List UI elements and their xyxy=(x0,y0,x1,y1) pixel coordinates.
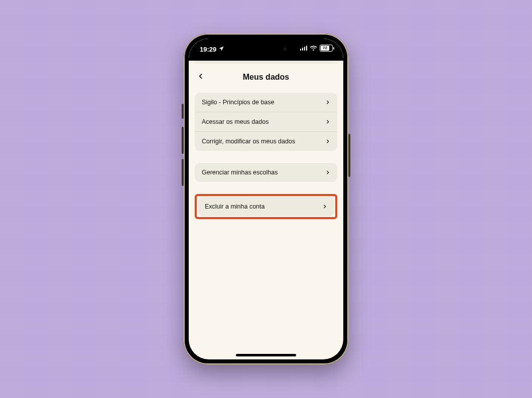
phone-side-button xyxy=(348,134,350,177)
status-right: 72 xyxy=(300,45,335,52)
settings-group: Gerenciar minhas escolhas xyxy=(195,163,337,182)
settings-group: Sigilo - Princípios de baseAcessar os me… xyxy=(195,93,337,151)
battery-icon: 72 xyxy=(320,45,334,52)
status-time: 19:29 xyxy=(200,46,216,53)
status-left: 19:29 xyxy=(200,46,224,53)
privacy-principles-row[interactable]: Sigilo - Princípios de base xyxy=(195,93,337,112)
settings-group: Excluir a minha conta xyxy=(198,197,334,216)
battery-percent: 72 xyxy=(323,46,327,50)
home-indicator[interactable] xyxy=(236,354,296,356)
status-bar: 19:29 72 xyxy=(189,39,343,61)
row-label: Corrigir, modificar os meus dados xyxy=(202,138,325,145)
row-label: Gerenciar minhas escolhas xyxy=(202,169,325,176)
phone-frame: 19:29 72 xyxy=(184,34,348,364)
row-label: Excluir a minha conta xyxy=(205,203,322,210)
cell-signal-icon xyxy=(300,46,308,51)
settings-list: Sigilo - Princípios de baseAcessar os me… xyxy=(189,91,343,219)
chevron-right-icon xyxy=(325,119,330,124)
chevron-right-icon xyxy=(325,170,330,175)
highlight-annotation: Excluir a minha conta xyxy=(195,194,337,219)
phone-screen: 19:29 72 xyxy=(189,39,343,359)
chevron-left-icon xyxy=(197,73,204,82)
dynamic-island xyxy=(238,43,294,57)
wifi-icon xyxy=(310,45,317,51)
phone-side-button xyxy=(182,127,184,154)
back-button[interactable] xyxy=(194,70,208,84)
page-background: 19:29 72 xyxy=(0,0,532,398)
access-my-data-row[interactable]: Acessar os meus dados xyxy=(195,112,337,131)
row-label: Acessar os meus dados xyxy=(202,118,325,125)
phone-side-button xyxy=(182,104,184,119)
correct-my-data-row[interactable]: Corrigir, modificar os meus dados xyxy=(195,131,337,151)
row-label: Sigilo - Princípios de base xyxy=(202,99,325,106)
location-icon xyxy=(218,46,224,53)
chevron-right-icon xyxy=(325,139,330,144)
chevron-right-icon xyxy=(325,100,330,105)
page-title: Meus dados xyxy=(243,73,289,82)
chevron-right-icon xyxy=(322,204,327,209)
delete-account-row[interactable]: Excluir a minha conta xyxy=(198,197,334,216)
page-header: Meus dados xyxy=(189,64,343,91)
phone-side-button xyxy=(182,159,184,186)
manage-choices-row[interactable]: Gerenciar minhas escolhas xyxy=(195,163,337,182)
